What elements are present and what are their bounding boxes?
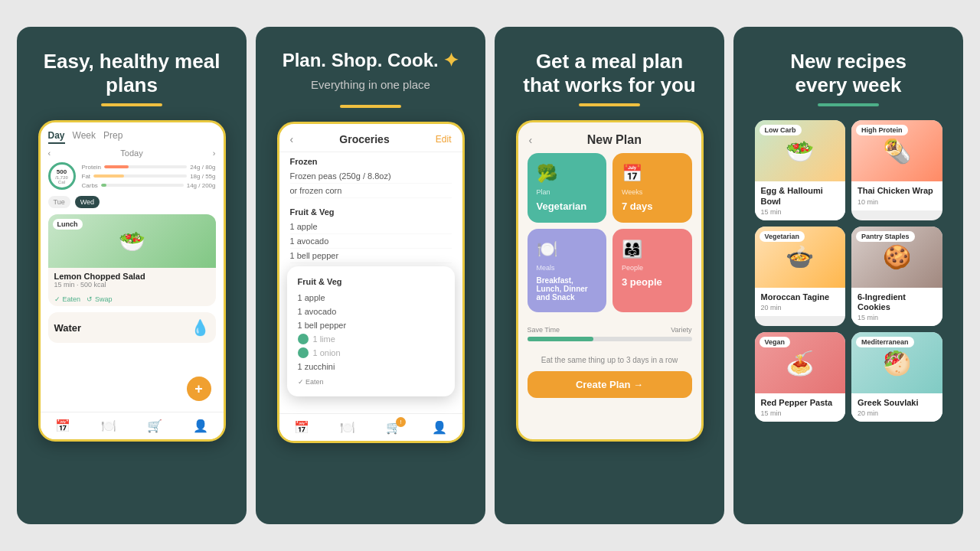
calendar-icon-plan: 📅 [622,164,683,184]
plan-option-people[interactable]: 👨‍👩‍👧 People 3 people [612,229,692,312]
popup-eaten-btn[interactable]: ✓ Eaten [298,378,444,386]
calorie-current: 500 [57,168,67,175]
panel1-title: Easy, healthy meal plans [32,50,231,97]
plan-slider-section: Save Time Variety [518,320,701,355]
phone-mockup-1: Day Week Prep ‹ Today › 500 /1,720 Cal [38,120,226,442]
water-label: Water [54,322,82,334]
panel-new-plan: Get a meal planthat works for you ‹ New … [495,27,724,524]
panel3-title: Get a meal planthat works for you [523,50,695,97]
panel-groceries: Plan. Shop. Cook. ✦ Everything in one pl… [256,27,485,524]
recipe-time-souvlaki: 20 min [858,409,936,417]
panel2-title: Plan. Shop. Cook. ✦ [283,50,459,72]
panel-meal-plans: Easy, healthy meal plans Day Week Prep ‹… [17,27,247,524]
slider-fill [528,337,593,341]
recipe-name-cookies: 6-Ingredient Cookies [858,292,936,312]
meals-label: Meals [537,264,598,272]
nav-profile[interactable]: 👤 [193,419,208,433]
recipe-name-thai: Thai Chicken Wrap [858,186,936,196]
recipe-halloumi[interactable]: 🥗 Low Carb Egg & Halloumi Bowl 15 min [755,120,846,220]
gnav-calendar[interactable]: 📅 [294,420,309,435]
eaten-button[interactable]: ✓ Eaten [54,295,81,303]
tab-week[interactable]: Week [73,130,96,144]
day-tue[interactable]: Tue [48,196,70,208]
people-value: 3 people [622,276,683,288]
recipe-souvlaki[interactable]: 🥙 Mediterranean Greek Souvlaki 20 min [851,332,942,422]
recipe-tag-thai: High Protein [856,125,908,135]
plan-title: New Plan [538,133,690,147]
cart-badge: ! [396,417,406,427]
popup-apple: 1 apple [298,291,444,305]
recipe-name-halloumi: Egg & Halloumi Bowl [761,186,840,206]
fab-button[interactable]: + [187,377,211,401]
tab-prep[interactable]: Prep [103,130,122,144]
current-date: Today [120,148,142,158]
create-plan-button[interactable]: Create Plan → [528,371,692,398]
day-scroll: Tue Wed [48,196,216,208]
prev-arrow[interactable]: ‹ [48,148,51,158]
slider-track[interactable] [528,337,692,341]
meal-card: 🥗 Lunch Lemon Chopped Salad 15 min · 500… [48,214,216,306]
grocery-edit-btn[interactable]: Edit [436,134,452,145]
recipe-name-moroccan: Moroccan Tagine [761,292,840,302]
recipes-grid: 🥗 Low Carb Egg & Halloumi Bowl 15 min 🌯 … [755,120,942,422]
tab-day[interactable]: Day [48,130,65,144]
panel-recipes: New recipesevery week 🥗 Low Carb Egg & H… [733,27,963,524]
popup-onion-row: 1 onion [298,346,444,360]
recipe-name-souvlaki: Greek Souvlaki [858,398,936,408]
macro-fat: Fat 18g / 55g [82,173,216,180]
title-underline [101,103,162,106]
grocery-popup: Fruit & Veg 1 apple 1 avocado 1 bell pep… [287,266,455,396]
gnav-meals[interactable]: 🍽️ [340,420,355,435]
frozen-section: Frozen Frozen peas (250g / 8.8oz) or fro… [279,152,462,203]
checked-dot-lime [298,334,309,344]
gnav-profile[interactable]: 👤 [432,420,447,435]
plan-option-days[interactable]: 📅 Weeks 7 days [612,153,692,223]
plan-option-meals[interactable]: 🍽️ Meals Breakfast, Lunch, Dinner and Sn… [528,229,607,312]
plan-label: Plan [537,188,598,196]
dots-decoration: ✦ [443,50,459,70]
recipe-time-moroccan: 20 min [761,304,840,311]
swap-button[interactable]: ↺ Swap [87,295,113,303]
plan-back-btn[interactable]: ‹ [529,134,533,146]
date-nav: ‹ Today › [48,148,216,158]
people-icon: 👨‍👩‍👧 [622,240,683,259]
recipe-cookies[interactable]: 🍪 Pantry Staples 6-Ingredient Cookies 15… [851,227,942,326]
slider-label-right: Variety [671,326,691,334]
grocery-header: ‹ Groceries Edit [279,124,462,152]
water-section: Water 💧 [48,312,216,343]
day-wed[interactable]: Wed [75,196,100,208]
nav-calendar[interactable]: 📅 [55,419,70,433]
slider-label-left: Save Time [528,326,560,334]
title-underline-4 [818,103,879,106]
recipes-mockup: 🥗 Low Carb Egg & Halloumi Bowl 15 min 🌯 … [755,120,942,442]
frozen-item-2: or frozen corn [290,184,452,198]
popup-title: Fruit & Veg [298,277,444,286]
recipe-moroccan[interactable]: 🍲 Vegetarian Moroccan Tagine 20 min [755,227,846,326]
weeks-label: Weeks [622,188,683,196]
meal-label: Lunch [53,219,83,230]
recipe-pasta[interactable]: 🍝 Vegan Red Pepper Pasta 15 min [755,332,846,422]
recipe-tag-souvlaki: Mediterranean [856,337,914,347]
vegetarian-icon: 🥦 [537,164,598,184]
tab-row: Day Week Prep [48,130,216,144]
recipe-name-pasta: Red Pepper Pasta [761,398,840,408]
title-underline-3 [579,103,640,106]
next-arrow[interactable]: › [213,148,216,158]
popup-bell-pepper: 1 bell pepper [298,318,444,332]
weeks-value: 7 days [622,201,683,212]
macro-protein: Protein 24g / 80g [82,164,216,171]
nav-cart[interactable]: 🛒 [147,419,162,433]
gnav-cart[interactable]: 🛒! [386,420,401,435]
calorie-label: Cal [58,180,65,184]
plan-option-vegetarian[interactable]: 🥦 Plan Vegetarian [528,153,607,223]
popup-onion: 1 onion [313,346,341,360]
recipe-tag-cookies: Pantry Staples [856,231,915,242]
macro-carbs: Carbs 14g / 200g [82,182,216,189]
recipe-thai[interactable]: 🌯 High Protein Thai Chicken Wrap 10 min [851,120,942,220]
people-label: People [622,264,683,272]
nav-meals[interactable]: 🍽️ [101,419,116,433]
macro-bars: Protein 24g / 80g Fat 18g / 55g Carbs [82,164,216,189]
recipe-tag-halloumi: Low Carb [760,125,802,135]
recipe-time-halloumi: 15 min [761,208,840,216]
main-container: Easy, healthy meal plans Day Week Prep ‹… [0,0,980,551]
